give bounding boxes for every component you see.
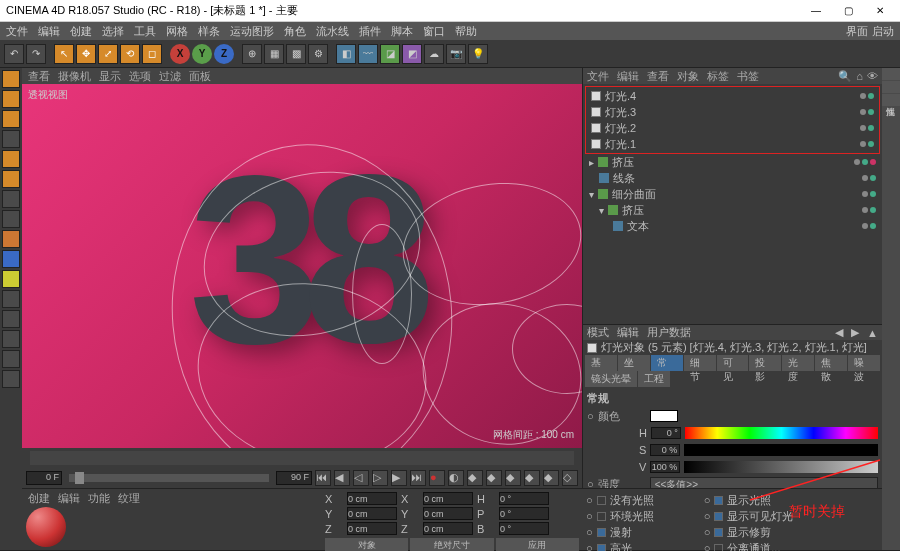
sat-slider[interactable] [684, 444, 878, 456]
pos-y-field[interactable]: 0 cm [347, 507, 397, 520]
attr-menu-item[interactable]: 模式 [587, 325, 609, 340]
rot-b-field[interactable]: 0 ° [499, 522, 549, 535]
coord-sys-button[interactable]: ⊕ [242, 44, 262, 64]
pos-x-field[interactable]: 0 cm [347, 492, 397, 505]
home-icon[interactable]: ⌂ [856, 70, 863, 83]
key-button[interactable]: ◇ [562, 470, 578, 486]
attr-tab[interactable]: 焦散 [815, 355, 847, 371]
axis-mode[interactable] [2, 190, 20, 208]
goto-start-button[interactable]: ⏮ [315, 470, 331, 486]
recent-tool[interactable]: ◻ [142, 44, 162, 64]
step-back-button[interactable]: ◀ [334, 470, 350, 486]
size-y-field[interactable]: 0 cm [423, 507, 473, 520]
autokey-button[interactable]: ◐ [448, 470, 464, 486]
checkbox[interactable] [714, 528, 723, 537]
timeline-ruler[interactable] [30, 451, 574, 465]
attr-tab[interactable]: 常规 [651, 355, 683, 371]
perspective-viewport[interactable]: 透视视图 38 网格间距 : 100 cm [22, 84, 582, 448]
checkbox[interactable] [597, 496, 606, 505]
snap-button[interactable] [2, 230, 20, 248]
deformer-button[interactable]: ◩ [402, 44, 422, 64]
mode-button[interactable] [2, 310, 20, 328]
soft-select-button[interactable] [2, 270, 20, 288]
axis-y-toggle[interactable]: Y [192, 44, 212, 64]
v-field[interactable]: 100 % [650, 461, 680, 473]
checkbox-icon[interactable] [591, 91, 601, 101]
key-icon[interactable]: ○ [586, 542, 593, 551]
side-tab[interactable]: 对象 [882, 68, 900, 80]
object-row[interactable]: 灯光.4 [587, 88, 878, 104]
generator-button[interactable]: ◪ [380, 44, 400, 64]
menu-item[interactable]: 样条 [198, 24, 220, 39]
om-menu-item[interactable]: 编辑 [617, 69, 639, 84]
apply-button[interactable]: 应用 [496, 538, 579, 551]
color-swatch[interactable] [650, 410, 678, 422]
size-z-field[interactable]: 0 cm [423, 522, 473, 535]
menu-item[interactable]: 插件 [359, 24, 381, 39]
current-frame-field[interactable]: 0 F [26, 471, 62, 485]
key-icon[interactable]: ○ [704, 542, 711, 551]
mode-button[interactable] [2, 350, 20, 368]
size-x-field[interactable]: 0 cm [423, 492, 473, 505]
attr-tab[interactable]: 坐标 [618, 355, 650, 371]
object-row[interactable]: 灯光.2 [587, 120, 878, 136]
object-row[interactable]: 文本 [585, 218, 880, 234]
camera-button[interactable]: 📷 [446, 44, 466, 64]
key-icon[interactable]: ○ [586, 510, 593, 522]
object-row[interactable]: ▾细分曲面 [585, 186, 880, 202]
coord-mode-dropdown[interactable]: 对象 [325, 538, 408, 551]
workplane-button[interactable] [2, 250, 20, 268]
mat-menu-item[interactable]: 纹理 [118, 491, 140, 505]
tweak-mode[interactable] [2, 210, 20, 228]
checkbox[interactable] [597, 512, 606, 521]
layout-dropdown[interactable]: 启动 [872, 24, 894, 39]
undo-button[interactable]: ↶ [4, 44, 24, 64]
menu-item[interactable]: 工具 [134, 24, 156, 39]
h-field[interactable]: 0 ° [651, 427, 681, 439]
val-slider[interactable] [684, 461, 878, 473]
rotate-tool[interactable]: ⟲ [120, 44, 140, 64]
search-icon[interactable]: 🔍 [838, 70, 852, 83]
menu-item[interactable]: 窗口 [423, 24, 445, 39]
side-tab[interactable]: 属性 [882, 94, 900, 106]
pos-z-field[interactable]: 0 cm [347, 522, 397, 535]
checkbox[interactable] [714, 496, 723, 505]
attr-tab[interactable]: 基本 [585, 355, 617, 371]
vp-menu-item[interactable]: 过滤 [159, 69, 181, 84]
render-settings-button[interactable]: ⚙ [308, 44, 328, 64]
mode-button[interactable] [2, 370, 20, 388]
vp-menu-item[interactable]: 面板 [189, 69, 211, 84]
vp-menu-item[interactable]: 摄像机 [58, 69, 91, 84]
object-mode[interactable] [2, 90, 20, 108]
checkbox[interactable] [714, 512, 723, 521]
menu-item[interactable]: 脚本 [391, 24, 413, 39]
environment-button[interactable]: ☁ [424, 44, 444, 64]
object-row[interactable]: ▸挤压 [585, 154, 880, 170]
key-button[interactable]: ◆ [543, 470, 559, 486]
minimize-button[interactable]: ― [802, 2, 830, 20]
attr-tab[interactable]: 投影 [749, 355, 781, 371]
texture-mode[interactable] [2, 110, 20, 128]
render-view-button[interactable]: ▦ [264, 44, 284, 64]
menu-item[interactable]: 文件 [6, 24, 28, 39]
play-back-button[interactable]: ◁ [353, 470, 369, 486]
key-icon[interactable]: ○ [587, 478, 594, 488]
attr-tab[interactable]: 镜头光晕 [585, 371, 637, 387]
menu-item[interactable]: 网格 [166, 24, 188, 39]
scale-tool[interactable]: ⤢ [98, 44, 118, 64]
object-row[interactable]: 灯光.1 [587, 136, 878, 152]
key-icon[interactable]: ○ [704, 494, 711, 506]
object-row[interactable]: ▾挤压 [585, 202, 880, 218]
redo-button[interactable]: ↷ [26, 44, 46, 64]
end-frame-field[interactable]: 90 F [276, 471, 312, 485]
attr-tab[interactable]: 细节 [684, 355, 716, 371]
model-mode[interactable] [2, 70, 20, 88]
vp-menu-item[interactable]: 选项 [129, 69, 151, 84]
object-row[interactable]: 灯光.3 [587, 104, 878, 120]
hue-slider[interactable] [685, 427, 878, 439]
mode-button[interactable] [2, 290, 20, 308]
play-button[interactable]: ▷ [372, 470, 388, 486]
mat-menu-item[interactable]: 功能 [88, 491, 110, 505]
axis-z-toggle[interactable]: Z [214, 44, 234, 64]
rot-p-field[interactable]: 0 ° [499, 507, 549, 520]
